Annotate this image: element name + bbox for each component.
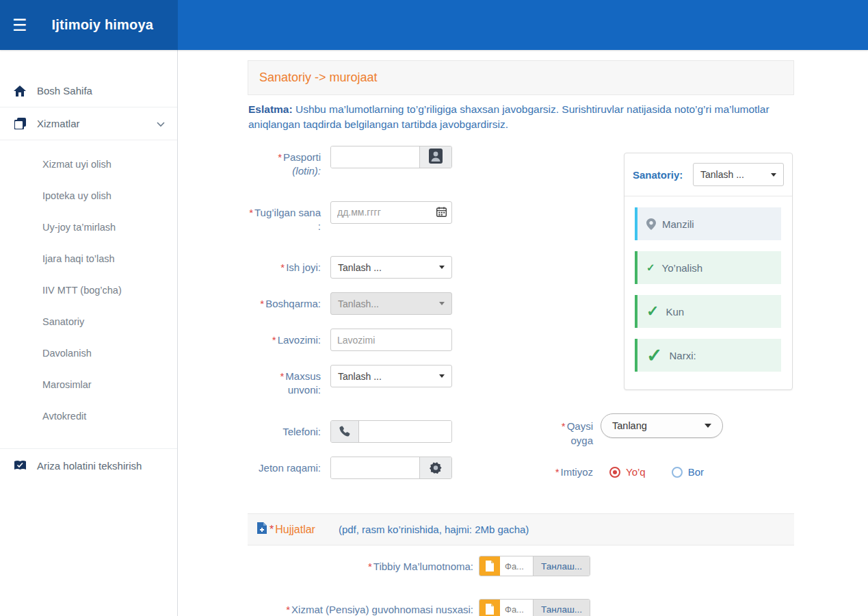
note-label: Eslatma:	[248, 103, 293, 115]
app-title: Ijtimoiy himoya	[52, 17, 154, 33]
sanatoriy-item-label: Manzili	[662, 218, 694, 230]
phone-input[interactable]	[359, 421, 451, 442]
browse-button[interactable]: Танлаш...	[533, 600, 590, 616]
sanatoriy-panel: Sanatoriy: Tanlash ... Manzili ✓ Yo’nali…	[624, 153, 802, 390]
radio-selected-icon	[609, 467, 620, 478]
hamburger-menu-icon[interactable]: ☰	[12, 17, 27, 34]
caret-down-icon	[439, 302, 445, 305]
logo-area: ☰ Ijtimoiy himoya	[0, 0, 178, 50]
token-input-group	[330, 457, 452, 479]
document-row-tibbiy: *Tibbiy Ma’lumotnoma: Фа... Танлаш...	[248, 556, 794, 576]
sanatoriy-price-item: ✓ Narxi:	[635, 339, 781, 372]
status-check-icon	[12, 460, 27, 471]
sanatoriy-day-item: ✓ Kun	[635, 295, 781, 328]
form-row-pasport: *Pasporti (lotin):	[248, 146, 549, 179]
document-label: *Xizmat (Pensiya) guvohnomasi nusxasi:	[248, 604, 479, 615]
sanatoriy-item-label: Kun	[666, 306, 684, 318]
sanatoriy-item-label: Yo’nalish	[662, 262, 703, 274]
token-label: Jeton raqami:	[248, 457, 330, 479]
application-form: *Pasporti (lotin): *Tug’ilgan sana :	[248, 146, 549, 493]
caret-down-icon	[705, 424, 711, 428]
browse-button[interactable]: Танлаш...	[533, 556, 590, 576]
phone-label: Telefoni:	[248, 420, 330, 443]
month-select[interactable]: Tanlang	[601, 413, 723, 438]
sidebar-subitem-davolanish[interactable]: Davolanish	[0, 337, 177, 369]
sidebar-item-services[interactable]: Xizmatlar	[0, 107, 177, 140]
note-text: Eslatma: Ushbu ma’lumotlarning to’g’rili…	[248, 102, 795, 133]
documents-title: *Hujjatlar	[269, 524, 315, 536]
badge-icon	[419, 457, 451, 478]
sidebar-subitem-ijara[interactable]: Ijara haqi to’lash	[0, 243, 177, 274]
pasport-input[interactable]	[331, 146, 419, 168]
sidebar-subitem-xizmat-uyi[interactable]: Xizmat uyi olish	[0, 149, 177, 180]
pasport-lookup-button[interactable]	[419, 146, 451, 168]
sidebar-subitem-avtokredit[interactable]: Avtokredit	[0, 400, 177, 432]
month-row: *Qaysi oyga Tanlang	[545, 413, 723, 448]
form-row-phone: Telefoni:	[248, 420, 549, 443]
sidebar-item-check-status[interactable]: Ariza holatini tekshirish	[0, 449, 177, 482]
imtiyoz-radio-bor[interactable]: Bor	[672, 466, 704, 478]
location-icon	[646, 218, 656, 230]
birthdate-input[interactable]	[330, 201, 452, 224]
position-input[interactable]	[330, 329, 452, 351]
check-icon: ✓	[646, 261, 655, 274]
documents-hint: (pdf, rasm ko’rinishida, hajmi: 2Mb gach…	[339, 524, 529, 535]
page-title: Sanatoriy -> murojaat	[259, 70, 378, 85]
workplace-label: *Ish joyi:	[248, 256, 330, 279]
sidebar-item-label: Bosh Sahifa	[37, 85, 92, 97]
document-label: *Tibbiy Ma’lumotnoma:	[248, 561, 479, 572]
form-row-birthdate: *Tug’ilgan sana :	[248, 201, 549, 234]
sidebar-subitem-ipoteka[interactable]: Ipoteka uy olish	[0, 180, 177, 211]
chevron-down-icon	[157, 118, 165, 129]
radio-unselected-icon	[672, 467, 683, 478]
sidebar-subitem-tamirlash[interactable]: Uy-joy ta’mirlash	[0, 211, 177, 243]
rank-select[interactable]: Tanlash ...	[330, 365, 452, 387]
sanatoriy-item-label: Narxi:	[669, 350, 696, 361]
workplace-select[interactable]: Tanlash ...	[330, 256, 452, 279]
documents-rows: *Tibbiy Ma’lumotnoma: Фа... Танлаш... *X…	[248, 556, 794, 616]
services-submenu: Xizmat uyi olish Ipoteka uy olish Uy-joy…	[0, 140, 177, 444]
form-row-department: *Boshqarma: Tanlash...	[248, 292, 549, 315]
file-icon	[479, 600, 500, 616]
file-icon	[479, 556, 500, 576]
form-row-token: Jeton raqami:	[248, 457, 549, 479]
imtiyoz-label: *Imtiyoz	[545, 466, 593, 478]
caret-down-icon	[771, 173, 776, 177]
file-name-text: Фа...	[500, 600, 533, 616]
sanatoriy-address-item: Manzili	[635, 207, 781, 240]
sanatoriy-card: Sanatoriy: Tanlash ... Manzili ✓ Yo’nali…	[624, 153, 793, 390]
main-content: Sanatoriy -> murojaat Eslatma: Ushbu ma’…	[178, 50, 868, 616]
rank-label: *Maxsus unvoni:	[248, 365, 330, 398]
token-input[interactable]	[331, 457, 419, 478]
sanatoriy-direction-item: ✓ Yo’nalish	[635, 251, 781, 284]
sidebar-subitem-marosimlar[interactable]: Marosimlar	[0, 369, 177, 400]
sidebar-item-home[interactable]: Bosh Sahifa	[0, 75, 177, 107]
sanatoriy-card-header: Sanatoriy: Tanlash ...	[624, 153, 792, 196]
sanatoriy-card-body: Manzili ✓ Yo’nalish ✓ Kun ✓ Narxi:	[624, 196, 792, 389]
department-select[interactable]: Tanlash...	[330, 292, 452, 315]
caret-down-icon	[439, 266, 445, 269]
form-row-rank: *Maxsus unvoni: Tanlash ...	[248, 365, 549, 398]
imtiyoz-radio-yoq[interactable]: Yo’q	[609, 466, 646, 478]
sidebar-subitem-sanatoriy[interactable]: Sanatoriy	[0, 306, 177, 337]
phone-input-group	[330, 420, 452, 443]
file-upload-guvohnoma[interactable]: Фа... Танлаш...	[479, 599, 590, 616]
pasport-input-group	[330, 146, 452, 168]
sanatoriy-select[interactable]: Tanlash ...	[693, 163, 784, 186]
month-label: *Qaysi oyga	[545, 413, 593, 448]
file-upload-tibbiy[interactable]: Фа... Танлаш...	[479, 556, 590, 576]
form-row-workplace: *Ish joyi: Tanlash ...	[248, 256, 549, 279]
check-icon: ✓	[646, 344, 662, 367]
file-name-text: Фа...	[500, 556, 533, 576]
position-label: *Lavozimi:	[248, 329, 330, 351]
id-photo-icon	[429, 149, 443, 166]
calendar-icon[interactable]	[436, 207, 447, 220]
pasport-label: *Pasporti (lotin):	[248, 146, 330, 179]
document-add-icon	[257, 522, 267, 537]
birthdate-label: *Tug’ilgan sana :	[248, 201, 330, 234]
sidebar-subitem-mtt[interactable]: IIV MTT (bog’cha)	[0, 274, 177, 306]
sanatoriy-label: Sanatoriy:	[633, 169, 683, 181]
department-label: *Boshqarma:	[248, 292, 330, 315]
document-row-guvohnoma: *Xizmat (Pensiya) guvohnomasi nusxasi: Ф…	[248, 599, 794, 616]
page-title-panel: Sanatoriy -> murojaat	[248, 60, 794, 95]
